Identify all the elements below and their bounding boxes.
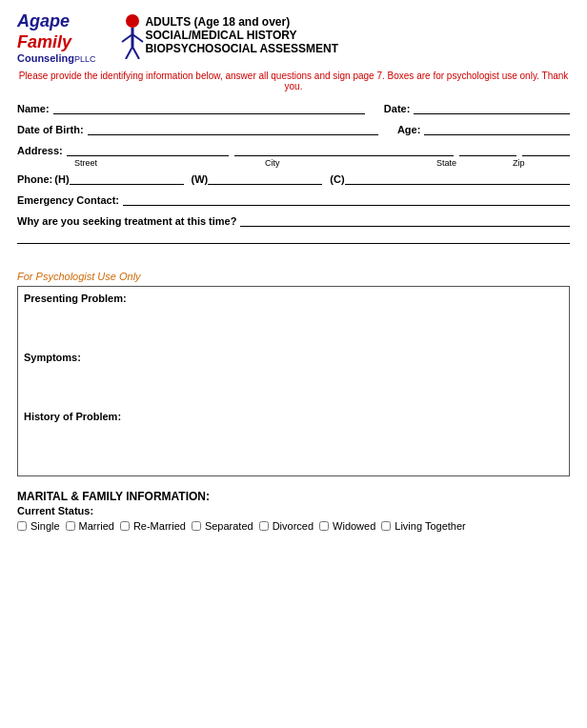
emergency-row: Emergency Contact: bbox=[17, 192, 570, 206]
logo-pllc: PLLC bbox=[74, 54, 96, 64]
phone-label: Phone: bbox=[17, 173, 52, 185]
marital-label-re-married: Re-Married bbox=[133, 520, 186, 532]
presenting-problem-label: Presenting Problem: bbox=[24, 293, 563, 304]
header: Agape Family CounselingPLLC ADULTS (Age … bbox=[17, 11, 570, 65]
marital-checkbox-re-married[interactable] bbox=[120, 521, 130, 531]
marital-subtitle: Current Status: bbox=[17, 505, 570, 516]
age-input[interactable] bbox=[424, 122, 570, 135]
logo-figure-icon bbox=[109, 13, 145, 59]
why-row: Why are you seeking treatment at this ti… bbox=[17, 213, 570, 244]
city-label: City bbox=[265, 158, 436, 168]
dob-input[interactable] bbox=[88, 122, 378, 135]
history-field: History of Problem: bbox=[24, 411, 563, 466]
age-label: Age: bbox=[397, 124, 420, 135]
address-label: Address: bbox=[17, 145, 63, 156]
presenting-problem-space bbox=[24, 306, 563, 348]
state-label: State bbox=[436, 158, 513, 168]
psych-section-label: For Psychologist Use Only bbox=[17, 271, 570, 282]
address-section: Address: Street City State Zip bbox=[17, 143, 570, 168]
marital-title: MARITAL & FAMILY INFORMATION: bbox=[17, 490, 570, 503]
address-street-input[interactable] bbox=[67, 143, 229, 156]
marital-label-separated: Separated bbox=[205, 520, 253, 532]
marital-options: SingleMarriedRe-MarriedSeparatedDivorced… bbox=[17, 520, 570, 532]
why-input-2[interactable] bbox=[17, 231, 570, 244]
name-date-row: Name: Date: bbox=[17, 101, 570, 114]
logo-text: Agape Family CounselingPLLC bbox=[17, 11, 95, 65]
phone-w-label: (W) bbox=[192, 173, 209, 185]
phone-w-input[interactable] bbox=[208, 172, 322, 185]
emergency-label: Emergency Contact: bbox=[17, 194, 119, 206]
psych-box: Presenting Problem: Symptoms: History of… bbox=[17, 286, 570, 476]
address-city-input[interactable] bbox=[234, 143, 454, 156]
presenting-problem-field: Presenting Problem: bbox=[24, 293, 563, 348]
date-input[interactable] bbox=[414, 101, 570, 114]
address-sublabels: Street City State Zip bbox=[17, 158, 570, 168]
why-line1: Why are you seeking treatment at this ti… bbox=[17, 213, 570, 227]
why-input-2-line bbox=[17, 231, 570, 244]
title-line1: ADULTS (Age 18 and over) bbox=[145, 15, 338, 29]
marital-label-widowed: Widowed bbox=[333, 520, 375, 532]
marital-label-divorced: Divorced bbox=[273, 520, 314, 532]
form-subtitle: Please provide the identifying informati… bbox=[17, 71, 570, 91]
svg-point-0 bbox=[126, 14, 139, 28]
svg-line-4 bbox=[126, 47, 132, 59]
marital-option-re-married: Re-Married bbox=[120, 520, 186, 532]
phone-c-label: (C) bbox=[330, 173, 344, 185]
street-label: Street bbox=[74, 158, 265, 168]
marital-option-single: Single bbox=[17, 520, 60, 532]
marital-option-divorced: Divorced bbox=[259, 520, 314, 532]
marital-option-living-together: Living Together bbox=[381, 520, 465, 532]
name-input[interactable] bbox=[53, 101, 365, 114]
dob-age-row: Date of Birth: Age: bbox=[17, 122, 570, 135]
logo-counseling: Counseling bbox=[17, 52, 74, 64]
logo-family: Family bbox=[17, 32, 71, 53]
logo-agape: Agape bbox=[17, 11, 70, 32]
svg-line-5 bbox=[132, 47, 139, 59]
title-line2: SOCIAL/MEDICAL HISTORY bbox=[145, 29, 338, 42]
dob-label: Date of Birth: bbox=[17, 124, 84, 135]
phone-h-input[interactable] bbox=[70, 172, 184, 185]
date-label: Date: bbox=[384, 103, 411, 114]
zip-label: Zip bbox=[513, 158, 570, 168]
logo: Agape Family CounselingPLLC bbox=[17, 11, 145, 65]
svg-line-2 bbox=[122, 34, 132, 42]
psych-section: For Psychologist Use Only Presenting Pro… bbox=[17, 271, 570, 476]
symptoms-label: Symptoms: bbox=[24, 352, 563, 363]
marital-checkbox-married[interactable] bbox=[66, 521, 75, 531]
history-label: History of Problem: bbox=[24, 411, 563, 422]
address-row: Address: bbox=[17, 143, 570, 156]
phone-h-label: (H) bbox=[54, 173, 69, 185]
address-zip-input[interactable] bbox=[522, 143, 570, 156]
why-label: Why are you seeking treatment at this ti… bbox=[17, 215, 236, 227]
marital-checkbox-widowed[interactable] bbox=[319, 521, 329, 531]
emergency-input[interactable] bbox=[123, 192, 570, 206]
name-label: Name: bbox=[17, 103, 50, 114]
why-input-1[interactable] bbox=[240, 213, 570, 227]
logo-counseling-row: CounselingPLLC bbox=[17, 52, 95, 65]
marital-label-single: Single bbox=[30, 520, 60, 532]
marital-option-separated: Separated bbox=[192, 520, 253, 532]
title-line3: BIOPSYCHOSOCIAL ASSESSMENT bbox=[145, 42, 338, 55]
address-state-input[interactable] bbox=[459, 143, 516, 156]
header-titles: ADULTS (Age 18 and over) SOCIAL/MEDICAL … bbox=[145, 11, 338, 55]
svg-line-3 bbox=[132, 34, 143, 42]
marital-option-widowed: Widowed bbox=[319, 520, 375, 532]
symptoms-field: Symptoms: bbox=[24, 352, 563, 407]
marital-label-living-together: Living Together bbox=[395, 520, 465, 532]
marital-checkbox-living-together[interactable] bbox=[381, 521, 391, 531]
marital-section: MARITAL & FAMILY INFORMATION: Current St… bbox=[17, 490, 570, 532]
history-space bbox=[24, 424, 563, 466]
marital-option-married: Married bbox=[66, 520, 114, 532]
marital-checkbox-divorced[interactable] bbox=[259, 521, 269, 531]
marital-label-married: Married bbox=[79, 520, 114, 532]
phone-row: Phone: (H) (W) (C) bbox=[17, 172, 570, 185]
phone-c-input[interactable] bbox=[345, 172, 570, 185]
marital-checkbox-separated[interactable] bbox=[192, 521, 201, 531]
marital-checkbox-single[interactable] bbox=[17, 521, 27, 531]
symptoms-space bbox=[24, 365, 563, 407]
